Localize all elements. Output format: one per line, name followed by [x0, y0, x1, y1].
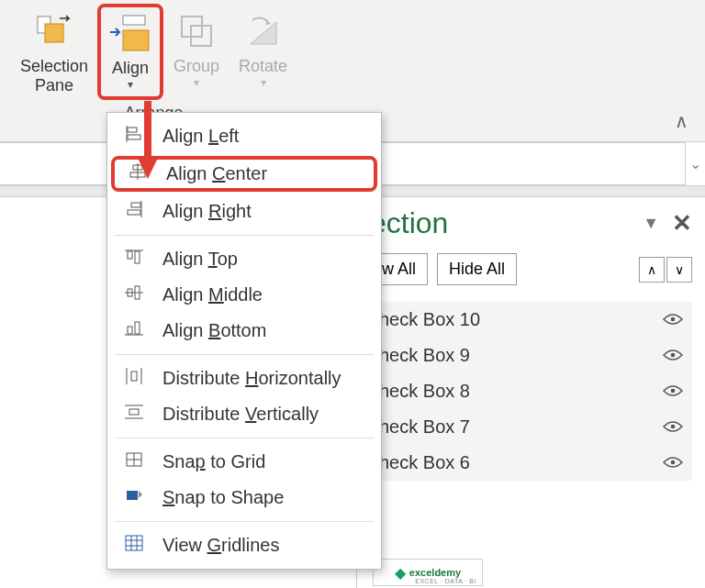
align-top-item[interactable]: Align Top — [107, 241, 381, 277]
list-item-label: heck Box 6 — [379, 452, 470, 473]
chevron-down-icon: ▾ — [261, 76, 266, 89]
distribute-horizontally-item[interactable]: Distribute Horizontally — [107, 361, 381, 396]
rotate-label: Rotate — [239, 57, 287, 76]
svg-rect-17 — [135, 251, 140, 263]
svg-point-45 — [671, 460, 676, 465]
align-left-icon — [122, 126, 146, 147]
chevron-down-icon: ▾ — [128, 78, 133, 91]
snap-to-shape-item[interactable]: Snap to Shape — [107, 480, 381, 516]
menu-separator — [115, 354, 374, 355]
svg-rect-29 — [129, 409, 139, 415]
list-item-label: heck Box 8 — [379, 381, 470, 402]
selection-list: heck Box 10 heck Box 9 heck Box 8 heck B… — [370, 302, 692, 481]
svg-rect-16 — [128, 251, 132, 259]
align-right-item[interactable]: Align Right — [107, 194, 381, 229]
group-label: Group — [173, 57, 219, 76]
list-item[interactable]: heck Box 7 — [370, 409, 692, 445]
align-bottom-item[interactable]: Align Bottom — [107, 313, 381, 349]
align-right-icon — [122, 201, 146, 222]
formula-expand-icon[interactable]: ⌄ — [685, 142, 705, 185]
gridlines-icon — [122, 535, 146, 556]
selection-pane-label: Selection Pane — [20, 57, 88, 94]
selection-pane: ection ▼ ✕ w All Hide All ∧ ∨ heck Box 1… — [356, 197, 705, 588]
distribute-vertical-label: Distribute Vertically — [162, 404, 319, 425]
align-left-label: Align Left — [162, 126, 239, 147]
align-top-label: Align Top — [162, 249, 238, 270]
selection-pane-button[interactable]: Selection Pane — [11, 4, 97, 100]
align-icon — [108, 11, 152, 55]
visibility-toggle-icon[interactable] — [663, 381, 683, 402]
visibility-toggle-icon[interactable] — [663, 416, 683, 438]
snap-grid-label: Snap to Grid — [162, 451, 265, 472]
list-item[interactable]: heck Box 9 — [370, 338, 692, 373]
list-item-label: heck Box 7 — [379, 416, 470, 438]
align-left-item[interactable]: Align Left — [107, 118, 381, 154]
watermark-brand: exceldemy — [409, 567, 461, 578]
list-item[interactable]: heck Box 6 — [370, 445, 692, 481]
svg-point-44 — [671, 425, 676, 429]
pane-options-caret[interactable]: ▼ — [643, 214, 659, 233]
svg-rect-23 — [135, 322, 140, 334]
move-up-button[interactable]: ∧ — [639, 257, 665, 283]
rotate-icon — [241, 9, 285, 53]
svg-point-43 — [671, 389, 676, 394]
list-item-label: heck Box 9 — [379, 345, 470, 366]
list-item[interactable]: heck Box 10 — [370, 302, 692, 338]
view-gridlines-item[interactable]: View Gridlines — [107, 527, 381, 563]
align-middle-label: Align Middle — [162, 284, 263, 305]
snap-grid-icon — [122, 451, 146, 472]
svg-rect-8 — [128, 135, 140, 139]
align-bottom-icon — [122, 320, 146, 341]
visibility-toggle-icon[interactable] — [663, 345, 683, 366]
distribute-vertical-icon — [122, 404, 146, 425]
menu-separator — [115, 438, 374, 438]
close-pane-icon[interactable]: ✕ — [672, 209, 692, 238]
distribute-horizontal-label: Distribute Horizontally — [162, 368, 341, 389]
svg-rect-7 — [128, 128, 137, 132]
align-button[interactable]: Align ▾ — [97, 4, 163, 100]
watermark-sub: EXCEL · DATA · BI — [415, 578, 476, 584]
svg-rect-3 — [123, 30, 149, 50]
hide-all-button[interactable]: Hide All — [437, 253, 517, 285]
distribute-horizontal-icon — [122, 368, 146, 389]
watermark: ◆ exceldemy EXCEL · DATA · BI — [373, 559, 483, 586]
svg-point-42 — [671, 353, 676, 358]
svg-rect-13 — [131, 203, 140, 207]
selection-pane-icon — [32, 9, 76, 53]
list-item-label: heck Box 10 — [379, 309, 480, 330]
group-icon — [174, 9, 218, 53]
menu-separator — [115, 235, 374, 236]
collapse-ribbon-icon[interactable]: ∧ — [675, 110, 688, 132]
align-top-icon — [122, 249, 146, 270]
svg-rect-2 — [123, 16, 145, 25]
svg-rect-33 — [127, 491, 138, 500]
align-label: Align — [112, 59, 149, 78]
snap-shape-label: Snap to Shape — [162, 487, 284, 508]
align-right-label: Align Right — [162, 201, 252, 222]
group-button[interactable]: Group ▾ — [163, 4, 229, 100]
align-middle-item[interactable]: Align Middle — [107, 277, 381, 313]
svg-rect-34 — [126, 536, 142, 550]
align-center-item[interactable]: Align Center — [111, 156, 377, 192]
move-down-button[interactable]: ∨ — [666, 257, 692, 283]
align-bottom-label: Align Bottom — [162, 320, 266, 341]
align-middle-icon — [122, 284, 146, 305]
svg-rect-22 — [128, 327, 132, 334]
snap-shape-icon — [122, 487, 146, 508]
svg-rect-1 — [45, 24, 63, 42]
align-center-icon — [126, 163, 150, 184]
svg-point-41 — [671, 317, 676, 322]
align-dropdown: Align Left Align Center Align Right Alig… — [106, 112, 382, 570]
visibility-toggle-icon[interactable] — [663, 452, 683, 473]
align-center-label: Align Center — [166, 163, 267, 184]
svg-rect-26 — [131, 372, 137, 381]
svg-rect-14 — [128, 210, 140, 215]
visibility-toggle-icon[interactable] — [663, 309, 683, 330]
watermark-icon: ◆ — [395, 564, 406, 582]
distribute-vertically-item[interactable]: Distribute Vertically — [107, 396, 381, 432]
snap-to-grid-item[interactable]: Snap to Grid — [107, 444, 381, 480]
view-gridlines-label: View Gridlines — [162, 535, 279, 556]
list-item[interactable]: heck Box 8 — [370, 373, 692, 409]
rotate-button[interactable]: Rotate ▾ — [229, 4, 297, 100]
chevron-down-icon: ▾ — [194, 76, 199, 89]
